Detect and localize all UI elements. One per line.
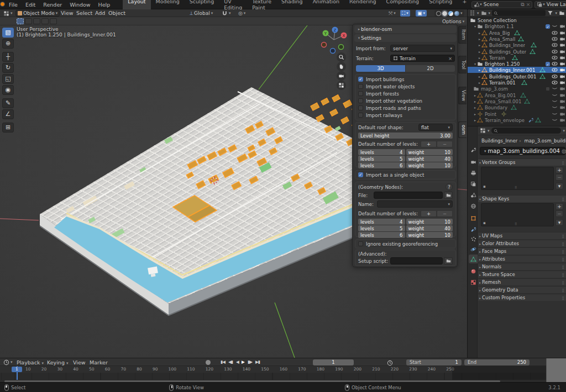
timeline-menu-marker[interactable]: Marker (90, 359, 108, 365)
levels-remove-button[interactable]: − (437, 141, 453, 147)
outliner-row-scene-collection[interactable]: Scene Collection (468, 17, 566, 23)
shading-wireframe-button[interactable] (436, 11, 441, 16)
weight-cell[interactable]: weight10 (406, 232, 453, 238)
tab-scene[interactable] (469, 190, 478, 199)
render-visibility-icon[interactable] (559, 67, 565, 73)
end-frame-field[interactable]: End250 (464, 359, 530, 365)
viewport-menu-select[interactable]: Select (76, 10, 92, 16)
new-scene-button[interactable]: ⧉ (521, 2, 524, 8)
sidebar-tab-osm[interactable]: osm (458, 121, 467, 138)
tab-tool[interactable] (469, 145, 478, 154)
shape-key-add-button[interactable]: + (555, 203, 563, 210)
hide-icon[interactable] (552, 42, 558, 48)
tab-view-layer[interactable] (469, 179, 478, 188)
render-visibility-icon[interactable] (559, 49, 565, 55)
checkbox-ignore-georeferencing[interactable]: Ignore existing georeferencing (358, 240, 457, 247)
hide-icon[interactable] (552, 55, 558, 61)
menu-render[interactable]: Render (39, 2, 66, 8)
section-texture-space[interactable]: ▸Texture Space⣿ (478, 271, 566, 278)
timeline-menu-playback[interactable]: Playback ▾ (17, 359, 44, 365)
orientation-gizmo[interactable]: Z Y X (318, 27, 351, 60)
render-visibility-icon[interactable] (559, 98, 565, 104)
proportional-editing-toggle[interactable]: ◎▾ (237, 10, 247, 17)
render-visibility-icon[interactable] (559, 86, 565, 92)
transform-tool[interactable]: ◉ (2, 85, 14, 95)
levels-add-button[interactable]: + (421, 141, 437, 147)
render-visibility-icon[interactable] (559, 111, 565, 117)
section-face-maps[interactable]: ▸Face Maps⣿ (478, 247, 566, 255)
weight-cell[interactable]: weight10 (406, 149, 453, 155)
weight-cell[interactable]: weight40 (406, 156, 453, 162)
blender-logo[interactable] (0, 2, 5, 8)
tab-render[interactable] (469, 157, 478, 166)
tab-texture[interactable] (469, 278, 478, 287)
levels-cell[interactable]: levels6 (358, 162, 405, 168)
move-tool[interactable]: ┼ (2, 52, 14, 62)
hide-icon[interactable] (552, 117, 558, 123)
hide-icon[interactable] (552, 98, 558, 104)
checkbox-import-roads[interactable]: Import roads and paths (358, 104, 457, 112)
checkbox-import-forests[interactable]: Import forests (358, 90, 457, 97)
outliner-row-buildings-inner-001[interactable]: ▸Buildings_Inner.001 (468, 67, 566, 73)
checkbox-import-vegetation[interactable]: Import other vegetation (358, 97, 457, 104)
section-shape-keys[interactable]: ▾Shape Keys⣿ (478, 195, 566, 202)
display-mode-icon[interactable] (469, 10, 475, 16)
render-visibility-icon[interactable] (559, 92, 565, 98)
shape-key-remove-button[interactable]: − (555, 210, 563, 217)
import-from-dropdown[interactable]: server▾ (390, 45, 455, 52)
snap-toggle[interactable]: ▾ (220, 10, 233, 17)
editor-type-button[interactable]: ▾ (2, 10, 14, 17)
annotate-tool[interactable]: ✎ (2, 98, 14, 108)
rotate-tool[interactable]: ↻ (2, 63, 14, 73)
sidebar-tab-item[interactable]: Item (458, 26, 467, 44)
timeline-editor-type-button[interactable]: ▾ (2, 359, 14, 365)
terrain-object-field[interactable]: Terrain × (390, 55, 455, 62)
hide-icon[interactable] (552, 86, 558, 92)
select-mode-invert-icon[interactable] (41, 18, 49, 24)
next-keyframe-button[interactable]: ▮▶ (246, 359, 254, 364)
unlink-scene-button[interactable]: × (526, 2, 531, 7)
hide-icon[interactable] (552, 111, 558, 117)
datablock-name-field[interactable]: ▾ map_3.osm_buildings.004 ◍ (480, 147, 565, 155)
mode-selector[interactable]: Object Mode▾ (15, 10, 60, 17)
hide-icon[interactable] (552, 92, 558, 98)
mode-3d-button[interactable]: 3D (356, 65, 405, 72)
hide-icon[interactable] (552, 73, 558, 80)
checkbox-import-railways[interactable]: Import railways (358, 112, 457, 119)
section-remesh[interactable]: ▸Remesh⣿ (478, 278, 566, 285)
camera-view-button[interactable] (337, 71, 346, 81)
menu-edit[interactable]: Edit (22, 2, 39, 8)
select-mode-new-icon[interactable] (17, 18, 24, 24)
file-browse-button[interactable] (444, 192, 453, 199)
select-mode-subtract-icon[interactable] (33, 18, 40, 24)
shading-solid-button[interactable] (442, 11, 447, 16)
outliner-row-terrain-envelope[interactable]: ▸Terrain_envelope (468, 117, 566, 123)
render-visibility-icon[interactable] (559, 61, 565, 67)
tab-particles[interactable] (469, 235, 478, 243)
exclude-checkbox[interactable] (546, 87, 550, 91)
setup-script-browse-button[interactable] (444, 257, 453, 264)
scale-tool[interactable]: ◱ (2, 74, 14, 84)
render-visibility-icon[interactable] (559, 104, 565, 110)
menu-help[interactable]: Help (95, 2, 114, 8)
vertex-group-specials-button[interactable]: ▾ (555, 183, 563, 189)
section-color-attributes[interactable]: ▸Color Attributes⣿ (478, 240, 566, 247)
render-visibility-icon[interactable] (559, 23, 565, 29)
zoom-view-button[interactable] (337, 52, 346, 62)
filter-icon[interactable] (547, 10, 553, 16)
render-visibility-icon[interactable] (559, 42, 565, 48)
panel-header-blender-osm[interactable]: ▸blender-osm (354, 25, 457, 33)
section-normals[interactable]: ▸Normals⣿ (478, 263, 566, 270)
clear-terrain-button[interactable]: × (448, 56, 452, 61)
gizmo-x-neg[interactable] (322, 43, 327, 47)
render-visibility-icon[interactable] (559, 80, 565, 86)
hide-icon[interactable] (552, 67, 558, 73)
checkbox-import-water[interactable]: Import water objects (358, 83, 457, 90)
shading-dropdown[interactable]: ▾ (460, 11, 463, 15)
gizmo-y-neg[interactable] (339, 45, 344, 50)
filter-type-icon[interactable] (481, 10, 487, 16)
exclude-checkbox[interactable]: ✓ (546, 62, 550, 66)
hide-icon[interactable] (552, 36, 558, 42)
outliner-row-buildings-outer-001[interactable]: ▸Buildings_Outer.001 (468, 73, 566, 80)
roof-shape-dropdown[interactable]: flat▾ (418, 124, 453, 131)
